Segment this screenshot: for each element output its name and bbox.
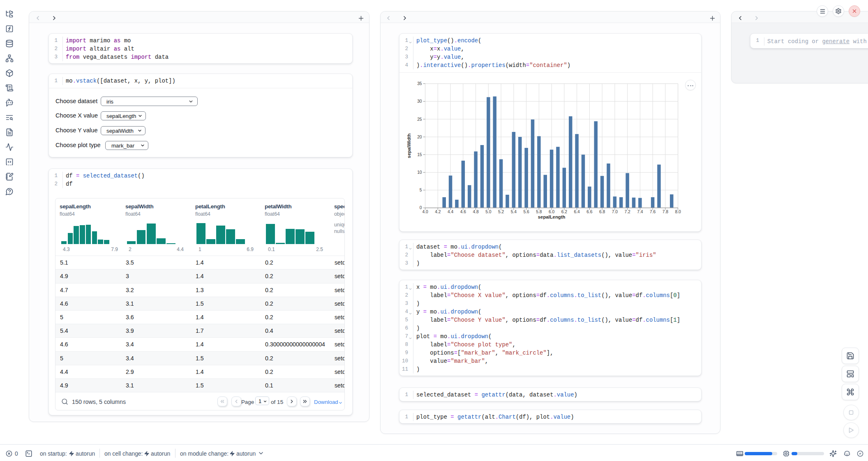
svg-text:5: 5 (420, 188, 422, 192)
svg-text:sepalLength: sepalLength (538, 214, 566, 219)
svg-text:7.2: 7.2 (624, 210, 630, 214)
svg-text:5.0: 5.0 (485, 210, 492, 214)
svg-text:7.4: 7.4 (637, 210, 643, 214)
svg-text:30: 30 (417, 99, 422, 104)
svg-text:10: 10 (417, 170, 422, 175)
svg-text:7.8: 7.8 (663, 210, 669, 214)
svg-text:sepalWidth: sepalWidth (406, 134, 411, 158)
svg-text:35: 35 (417, 81, 422, 86)
svg-text:15: 15 (417, 152, 422, 157)
svg-text:0: 0 (420, 205, 422, 210)
svg-text:6.6: 6.6 (586, 210, 593, 214)
svg-text:7.0: 7.0 (612, 210, 618, 214)
svg-text:25: 25 (417, 117, 422, 122)
svg-text:5.2: 5.2 (498, 210, 504, 214)
svg-text:5.8: 5.8 (536, 210, 542, 214)
svg-text:4.0: 4.0 (422, 210, 428, 214)
svg-text:20: 20 (417, 135, 422, 139)
svg-text:6.2: 6.2 (561, 210, 568, 214)
svg-text:7.6: 7.6 (650, 210, 656, 214)
svg-text:5.4: 5.4 (511, 210, 517, 214)
svg-text:6.0: 6.0 (549, 210, 555, 214)
svg-text:4.6: 4.6 (460, 210, 466, 214)
svg-text:4.8: 4.8 (473, 210, 479, 214)
svg-text:5.6: 5.6 (523, 210, 529, 214)
svg-text:8.0: 8.0 (675, 210, 681, 214)
svg-text:6.4: 6.4 (574, 210, 580, 214)
svg-text:6.8: 6.8 (599, 210, 605, 214)
svg-text:4.4: 4.4 (448, 210, 454, 214)
svg-text:4.2: 4.2 (435, 210, 441, 214)
